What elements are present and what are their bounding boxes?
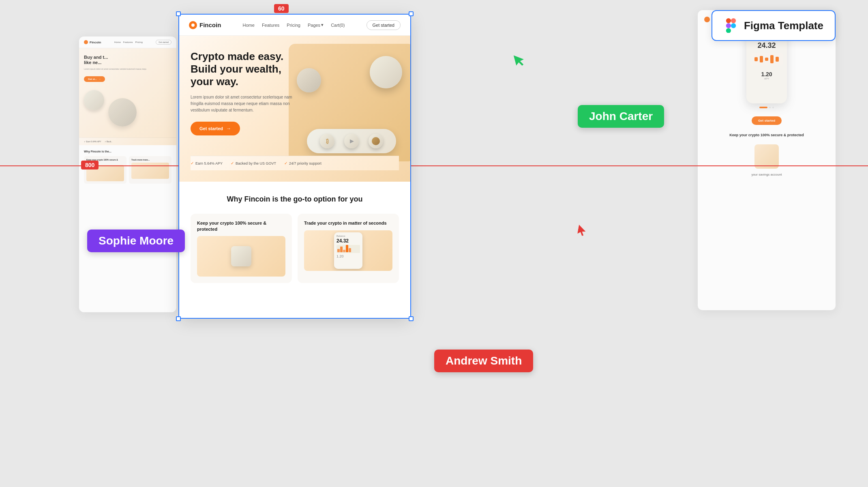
badge-apy: ✓ Earn 5.64% APY [191, 161, 223, 165]
hero-content: Crypto made easy. Build your wealth, you… [191, 50, 296, 135]
nav-cart[interactable]: Cart(0) [331, 23, 345, 28]
crypto-coin-large-2 [297, 68, 321, 92]
feature-card-1-title: Keep your crypto 100% secure & protected [197, 220, 285, 232]
bg-right-savings: your savings account [704, 173, 829, 176]
bg-design-left: Fincoin HomeFeaturesPricing Get started … [79, 36, 176, 312]
bg-phone-balance: 24.32 [750, 41, 783, 50]
hero-arrow-icon: → [226, 126, 231, 131]
why-title: Why Fincoin is the go-to option for you [191, 195, 399, 204]
crypto-visual [289, 44, 410, 161]
bg-left-nav: Fincoin HomeFeaturesPricing Get started [79, 36, 176, 48]
fincoin-navbar: Fincoin Home Features Pricing Pages ▾ Ca… [179, 15, 410, 36]
hero-badges: ✓ Earn 5.64% APY ✓ Backed by the US GOVT… [191, 156, 399, 170]
nav-pages[interactable]: Pages ▾ [308, 22, 324, 28]
nav-get-started-button[interactable]: Get started [366, 20, 401, 30]
check-icon-3: ✓ [284, 161, 287, 165]
svg-marker-2 [577, 225, 587, 236]
pages-chevron-icon: ▾ [321, 22, 324, 28]
bg-right-cta: Get started [752, 116, 782, 125]
bg-left-hero: Buy and t...like ne... Lorem ipsum dolor… [79, 48, 176, 137]
hero-cta-button[interactable]: Get started → [191, 122, 240, 135]
bg-left-card-2: Track move trans... [129, 156, 171, 184]
main-frame-wrapper: Fincoin Home Features Pricing Pages ▾ Ca… [179, 15, 410, 318]
nav-pricing[interactable]: Pricing [287, 23, 300, 28]
tag-john-carter: John Carter [578, 105, 664, 128]
phone-balance: 24.32 [336, 238, 360, 244]
tag-sophie-moore: Sophie Moore [87, 230, 185, 252]
hero-3d-image [289, 44, 410, 161]
svg-point-0 [191, 24, 195, 27]
bg-right-coin [754, 144, 779, 169]
feature-card-1-image [197, 236, 285, 277]
tag-andrew-smith: Andrew Smith [434, 350, 533, 372]
bg-left-cta: Get st...→ [84, 76, 105, 82]
ruler-label-800: 800 [81, 161, 99, 169]
phone-screen: Balance 24.32 [334, 232, 362, 269]
bg-phone-small-num: 1.20 [750, 71, 783, 77]
why-fincoin-section: Why Fincoin is the go-to option for you … [179, 182, 410, 293]
feature-card-1: Keep your crypto 100% secure & protected [191, 214, 292, 283]
badge-support-text: 24/7 priority support [289, 161, 321, 165]
feature-card-2-title: Trade your crypto in matter of seconds [304, 220, 392, 226]
check-icon-2: ✓ [231, 161, 234, 165]
hero-title: Crypto made easy. Build your wealth, you… [191, 50, 296, 88]
bg-right-chart [750, 53, 783, 65]
svg-rect-5 [726, 23, 731, 28]
svg-rect-6 [726, 28, 731, 33]
bitcoin-coin [320, 134, 334, 148]
badge-apy-text: Earn 5.64% APY [195, 161, 223, 165]
check-icon-1: ✓ [191, 161, 194, 165]
figma-template-tag: Figma Template [712, 10, 836, 41]
figma-icon [724, 18, 738, 33]
bg-right-content: Fincoin HomeFeatures Get started Pay 24.… [698, 10, 836, 310]
svg-rect-4 [731, 18, 736, 23]
fincoin-nav-links: Home Features Pricing Pages ▾ Cart(0) [243, 22, 345, 28]
bg-left-hero-desc: Lorem ipsum dolor sit amet consectetur a… [84, 68, 171, 71]
phone-sub-number: 1.20 [336, 254, 360, 258]
fincoin-logo-text: Fincoin [199, 21, 221, 28]
bg-right-phone: Pay 24.32 1.20 APY [746, 30, 787, 103]
figma-template-label: Figma Template [744, 19, 823, 32]
crypto-tray [307, 129, 396, 153]
bg-right-phone-area: Pay 24.32 1.20 APY [704, 30, 829, 103]
ruler-label-60: 60 [274, 4, 289, 13]
hero-section: Crypto made easy. Build your wealth, you… [179, 36, 410, 182]
hero-description: Lorem ipsum dolor sit amet consectetur s… [191, 94, 296, 114]
bg-right-secure-text: Keep your crypto 100% secure & protected [704, 133, 829, 137]
bg-design-right: Fincoin HomeFeatures Get started Pay 24.… [698, 10, 836, 310]
nav-features[interactable]: Features [262, 23, 279, 28]
badge-govt: ✓ Backed by the US GOVT [231, 161, 276, 165]
crypto-coin-large-1 [370, 56, 402, 88]
cube-icon [231, 246, 251, 266]
feature-card-2-image: Balance 24.32 [304, 230, 392, 271]
badge-govt-text: Backed by the US GOVT [236, 161, 276, 165]
play-coin [344, 134, 359, 148]
bg-left-hero-title: Buy and t...like ne... [84, 55, 171, 65]
feature-cards: Keep your crypto 100% secure & protected… [191, 214, 399, 283]
fincoin-logo-icon [189, 21, 197, 29]
fincoin-logo: Fincoin [189, 21, 221, 29]
feature-card-2: Trade your crypto in matter of seconds B… [298, 214, 399, 283]
badge-support: ✓ 24/7 priority support [284, 161, 321, 165]
svg-point-7 [731, 23, 736, 28]
bg-left-badges: ✓ Earn 5.64% APY ✓ Back.. [79, 137, 176, 145]
nav-home[interactable]: Home [243, 23, 255, 28]
fincoin-frame: Fincoin Home Features Pricing Pages ▾ Ca… [179, 15, 410, 318]
alt-coin [369, 134, 383, 148]
ruler-line-horizontal [0, 165, 868, 166]
svg-rect-3 [726, 18, 731, 23]
phone-mockup: Balance 24.32 [334, 232, 362, 269]
bg-left-logo: Fincoin [84, 40, 101, 44]
